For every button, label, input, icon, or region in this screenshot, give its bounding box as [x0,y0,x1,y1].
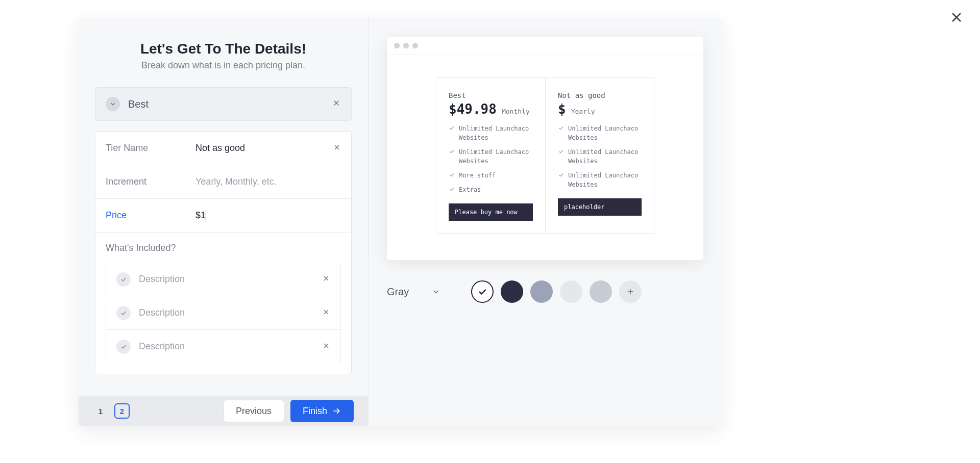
feature-placeholder: Description [139,307,310,318]
step-1[interactable]: 1 [93,403,108,419]
pricing-card-not-as-good: Not as good $Yearly Unlimited Launchaco … [545,78,654,234]
card-interval: Monthly [502,108,530,115]
remove-feature-icon[interactable] [322,308,330,318]
form-pane: Let's Get To The Details! Break down wha… [79,18,369,426]
card-feature: More stuff [449,171,533,180]
card-price: $49.98 [449,101,497,117]
included-title: What's Included? [106,243,341,253]
page-subtitle: Break down what is in each pricing plan. [95,60,352,71]
step-2[interactable]: 2 [114,403,130,419]
page-title: Let's Get To The Details! [95,41,352,57]
clear-icon[interactable] [333,143,341,153]
color-palette-row: Gray [369,260,722,323]
close-modal-button[interactable] [948,9,965,28]
increment-input[interactable] [195,176,341,187]
finish-button[interactable]: Finish [290,400,354,422]
modal: Let's Get To The Details! Break down wha… [79,18,722,426]
feature-row[interactable]: Description [106,296,341,330]
card-price: $ [558,101,566,117]
swatch[interactable] [590,280,612,303]
active-tier-card: Tier Name Increment Price $1 [95,131,352,374]
card-feature: Unlimited Launchaco Websites [449,147,533,166]
pricing-card-best: Best $49.98Monthly Unlimited Launchaco W… [436,78,545,234]
feature-placeholder: Description [139,341,310,352]
feature-row[interactable]: Description [106,263,341,296]
card-feature: Unlimited Launchaco Websites [558,171,642,189]
remove-feature-icon[interactable] [322,274,330,285]
swatch[interactable] [501,280,523,303]
window-controls [387,37,703,55]
card-name: Best [449,91,533,99]
palette-label: Gray [387,286,409,298]
card-name: Not as good [558,91,642,99]
collapsed-tier-name: Best [128,98,149,110]
feature-placeholder: Description [139,274,310,285]
feature-row[interactable]: Description [106,330,341,364]
check-icon [116,306,131,320]
remove-feature-icon[interactable] [322,342,330,352]
included-section: What's Included? Description Description… [95,233,351,374]
remove-tier-icon[interactable] [332,98,341,110]
card-cta[interactable]: Please buy me now [449,203,533,221]
price-label: Price [106,210,195,221]
card-feature: Unlimited Launchaco Websites [558,147,642,166]
arrow-right-icon [331,406,341,416]
card-cta[interactable]: placeholder [558,198,642,216]
add-swatch[interactable] [619,280,642,303]
tier-name-row: Tier Name [95,132,351,165]
check-icon [477,287,487,297]
wizard-footer: 1 2 Previous Finish [79,396,368,426]
chevron-down-icon [431,287,440,296]
increment-label: Increment [106,176,195,187]
price-input[interactable]: $1 [195,210,206,221]
card-feature: Extras [449,185,533,194]
tier-name-input[interactable] [195,143,329,153]
swatch[interactable] [530,280,553,303]
check-icon [116,272,131,287]
swatch-selected[interactable] [471,280,494,303]
swatch[interactable] [560,280,582,303]
preview-pane: Best $49.98Monthly Unlimited Launchaco W… [369,18,722,426]
card-interval: Yearly [571,108,595,115]
preview-body: Best $49.98Monthly Unlimited Launchaco W… [387,55,703,260]
previous-button[interactable]: Previous [223,400,284,422]
card-feature: Unlimited Launchaco Websites [449,124,533,142]
increment-row: Increment [95,165,351,199]
plus-icon [626,287,635,296]
tier-name-label: Tier Name [106,143,195,153]
finish-label: Finish [303,406,327,417]
price-row: Price $1 [95,199,351,233]
text-cursor [206,210,206,222]
chevron-down-icon [106,97,120,111]
palette-dropdown[interactable]: Gray [387,286,440,298]
collapsed-tier-best[interactable]: Best [95,87,352,121]
swatch-list [471,280,642,303]
check-icon [116,340,131,354]
preview-window: Best $49.98Monthly Unlimited Launchaco W… [387,37,703,260]
card-feature: Unlimited Launchaco Websites [558,124,642,142]
